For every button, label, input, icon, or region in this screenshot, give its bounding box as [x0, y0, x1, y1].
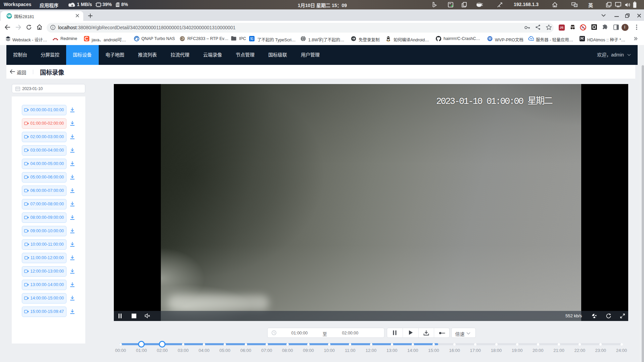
- svg-text:知: 知: [250, 36, 254, 41]
